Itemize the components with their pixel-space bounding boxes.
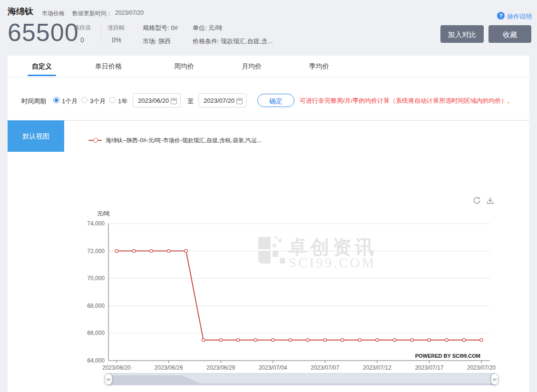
- legend-item[interactable]: 海绵钛--陕西-0#-元/吨-市场价-现款现汇,自提,含税,袋装,汽运...: [88, 136, 288, 145]
- svg-text:72,000: 72,000: [87, 248, 105, 255]
- radio-1-month-label[interactable]: 1个月: [62, 97, 78, 106]
- end-date-input-box[interactable]: [198, 93, 246, 108]
- datazoom-shadow: [109, 373, 494, 385]
- period-label: 时间周期: [21, 97, 46, 106]
- tab-monthly-avg[interactable]: 月均价: [237, 62, 266, 71]
- watermark-en-text: SCI99.COM: [289, 255, 376, 271]
- start-date-input-box[interactable]: [133, 93, 181, 108]
- help-icon[interactable]: ?: [497, 12, 505, 20]
- powered-by-label: POWERED BY SCI99.COM: [390, 353, 480, 359]
- price-condition-label: 价格条件: 现款现汇,自提,含...: [193, 37, 273, 46]
- default-view-button[interactable]: 默认视图: [8, 120, 64, 152]
- change-pct-label: 涨跌幅: [107, 24, 125, 32]
- default-view-label: 默认视图: [23, 132, 49, 140]
- download-icon[interactable]: [486, 196, 495, 205]
- divider: [101, 24, 101, 44]
- price-type-label: 市场价格: [42, 10, 65, 18]
- tab-quarterly-avg[interactable]: 季均价: [304, 62, 334, 71]
- svg-text:74,000: 74,000: [87, 220, 105, 227]
- svg-text:2023/07/04: 2023/07/04: [259, 364, 287, 371]
- svg-text:2023/06/20: 2023/06/20: [102, 364, 131, 371]
- favorite-button[interactable]: 收藏: [488, 25, 531, 43]
- svg-text:2023/07/07: 2023/07/07: [311, 364, 339, 371]
- current-price: 65500: [8, 18, 79, 47]
- watermark-logo: [258, 237, 271, 249]
- update-time-value: 2023/07/20: [115, 10, 144, 16]
- end-date-input[interactable]: [199, 94, 240, 107]
- svg-text:2023/07/17: 2023/07/17: [415, 364, 443, 371]
- watermark-logo: [258, 251, 271, 264]
- tab-weekly-avg[interactable]: 周均价: [169, 62, 199, 71]
- add-compare-button[interactable]: 加入对比: [440, 25, 484, 43]
- radio-3-month[interactable]: [81, 97, 88, 103]
- svg-text:68,000: 68,000: [87, 303, 105, 309]
- calc-hint-text: 可进行非完整周/月/季的均价计算（系统将自动计算所选时间区域内的均价）。: [300, 97, 513, 105]
- svg-text:2023/06/29: 2023/06/29: [206, 364, 235, 371]
- change-value: 0: [71, 36, 93, 44]
- tab-custom[interactable]: 自定义: [24, 62, 60, 71]
- active-tab-underline: [28, 75, 56, 76]
- datazoom-left-handle[interactable]: [105, 373, 112, 385]
- calendar-icon[interactable]: [236, 98, 243, 104]
- tab-daily-price[interactable]: 单日价格: [90, 62, 127, 71]
- legend-circle-icon: [93, 138, 98, 143]
- svg-text:2023/07/20: 2023/07/20: [467, 364, 496, 371]
- svg-text:2023/07/12: 2023/07/12: [363, 364, 391, 371]
- start-date-input[interactable]: [133, 94, 174, 107]
- change-pct: 0%: [106, 36, 127, 44]
- svg-text:66,000: 66,000: [87, 330, 105, 336]
- radio-1-year-label[interactable]: 1年: [118, 97, 127, 106]
- change-value-label: 涨跌值: [74, 24, 91, 32]
- help-link[interactable]: 操作说明: [507, 12, 532, 21]
- svg-text:64,000: 64,000: [87, 357, 105, 364]
- radio-3-month-label[interactable]: 3个月: [90, 97, 106, 106]
- page-title: 海绵钛: [8, 6, 33, 17]
- watermark: 卓创资讯 SCI99.COM: [258, 234, 382, 270]
- filter-card: [8, 56, 529, 120]
- legend-label: 海绵钛--陕西-0#-元/吨-市场价-现款现汇,自提,含税,袋装,汽运...: [106, 137, 262, 145]
- page: 海绵钛 市场价格 数据更新时间： 2023/07/20 65500 涨跌值 0 …: [0, 0, 537, 392]
- market-label: 市场: 陕西: [143, 37, 171, 46]
- svg-text:2023/06/26: 2023/06/26: [155, 364, 183, 371]
- refresh-icon[interactable]: [472, 196, 481, 205]
- calendar-icon[interactable]: [171, 98, 177, 104]
- radio-1-year[interactable]: [109, 97, 116, 103]
- datazoom-slider[interactable]: [108, 373, 495, 385]
- to-label: 至: [187, 97, 194, 106]
- datazoom-right-handle[interactable]: [491, 373, 498, 385]
- update-time-label: 数据更新时间：: [72, 10, 112, 18]
- header: 海绵钛 市场价格 数据更新时间： 2023/07/20 65500 涨跌值 0 …: [0, 0, 537, 56]
- unit-label: 单位: 元/吨: [193, 24, 223, 32]
- spec-label: 规格型号: 0#: [143, 24, 178, 32]
- confirm-button[interactable]: 确定: [257, 94, 294, 107]
- price-line-chart[interactable]: 64,00066,00068,00070,00072,00074,0002023…: [76, 205, 504, 376]
- svg-text:70,000: 70,000: [87, 275, 105, 282]
- radio-1-month[interactable]: [53, 97, 59, 103]
- tabs-divider: [8, 77, 529, 78]
